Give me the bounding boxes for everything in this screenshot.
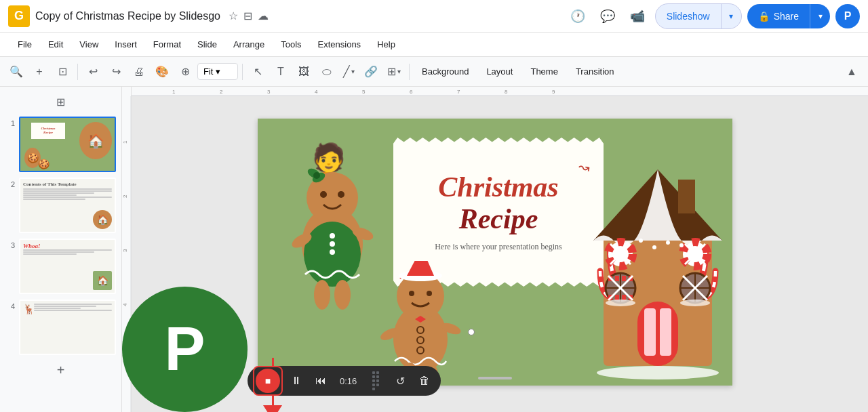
user-avatar[interactable]: P (835, 4, 860, 28)
image-button[interactable]: 🖼 (293, 61, 315, 83)
slide-item-2[interactable]: 2 Contents of This Template 🏠 (5, 178, 116, 233)
select-handle (468, 329, 475, 335)
collapse-toolbar-button[interactable]: ▲ (841, 61, 863, 83)
svg-text:4: 4 (315, 89, 318, 95)
svg-point-38 (417, 327, 424, 333)
share-main-button[interactable]: 🔒 Share (747, 7, 810, 26)
slide-thumbnail-2[interactable]: Contents of This Template 🏠 (19, 178, 116, 233)
menu-edit[interactable]: Edit (41, 37, 70, 52)
christmas-title: Christmas (438, 171, 558, 203)
gingerbread-house (590, 129, 726, 379)
zoom-select[interactable]: Fit ▾ (197, 63, 238, 80)
svg-text:8: 8 (505, 89, 508, 95)
slideshow-main-button[interactable]: Slideshow (656, 7, 721, 26)
rewind-button[interactable]: ⏮ (310, 370, 332, 392)
svg-point-29 (334, 280, 351, 310)
comment-button[interactable]: 💬 (595, 4, 620, 28)
menu-view[interactable]: View (73, 37, 105, 52)
delete-button[interactable]: 🗑 (414, 370, 435, 392)
main-area: ⊞ 1 🏠 ChristmasRecipe 🍪 🍪 2 (0, 87, 868, 412)
horizontal-ruler: 1 2 3 4 5 6 7 8 9 (122, 87, 868, 96)
zoom-magnify-button[interactable]: ⊕ (174, 61, 196, 83)
svg-text:5: 5 (362, 89, 366, 95)
slide-number-2: 2 (5, 180, 15, 188)
svg-point-73 (666, 241, 670, 245)
document-title: Copy of Christmas Recipe by Slidesgo (35, 10, 220, 22)
playback-grid-button[interactable] (365, 370, 387, 392)
menu-help[interactable]: Help (370, 37, 402, 52)
svg-point-45 (597, 366, 719, 379)
theme-button[interactable]: Theme (522, 64, 566, 79)
line-button[interactable]: ╱▾ (339, 62, 359, 81)
share-button[interactable]: 🔒 Share ▾ (747, 4, 830, 28)
toolbar-divider-3 (409, 64, 410, 80)
svg-rect-49 (637, 302, 678, 366)
svg-point-40 (417, 347, 424, 354)
slide-canvas: Christmas ↝ Recipe Here is where your pr… (258, 119, 732, 386)
svg-text:4: 4 (122, 303, 128, 306)
paint-format-button[interactable]: 🎨 (151, 61, 173, 83)
transition-button[interactable]: Transition (568, 64, 623, 79)
cloud-icon[interactable]: ☁ (258, 9, 269, 22)
slide-thumbnail-3[interactable]: Whoa! 🏠 (19, 239, 116, 294)
refresh-button[interactable]: ↺ (389, 370, 411, 392)
search-button[interactable]: 🔍 (5, 61, 27, 83)
pause-button[interactable]: ⏸ (285, 370, 307, 392)
svg-point-23 (330, 233, 335, 239)
slide-thumbnail-1[interactable]: 🏠 ChristmasRecipe 🍪 🍪 (19, 117, 116, 172)
share-dropdown-button[interactable]: ▾ (810, 4, 830, 28)
arrow-head (263, 405, 282, 412)
history-button[interactable]: 🕐 (566, 4, 590, 28)
thumb1-boy: 🍪 (38, 159, 50, 169)
layout-button[interactable]: Layout (478, 64, 521, 79)
slide-number-3: 3 (5, 241, 15, 249)
table-button[interactable]: ⊞▾ (383, 62, 405, 81)
toolbar: 🔍 + ⊡ ↩ ↪ 🖨 🎨 ⊕ Fit ▾ ↖ T 🖼 ⬭ ╱▾ 🔗 ⊞▾ Ba… (0, 57, 868, 87)
screen-button[interactable]: ⊡ (52, 61, 73, 83)
add-slide-button[interactable]: + (52, 360, 71, 379)
menu-file[interactable]: File (11, 37, 39, 52)
slide-thumbnail-4[interactable]: 🦌 (19, 300, 116, 355)
background-button[interactable]: Background (414, 64, 477, 79)
meet-button[interactable]: 📹 (625, 4, 650, 28)
svg-point-72 (652, 245, 656, 249)
shape-button[interactable]: ⬭ (316, 61, 338, 83)
zoom-in-button[interactable]: + (28, 61, 50, 83)
print-button[interactable]: 🖨 (128, 61, 150, 83)
svg-marker-33 (407, 261, 434, 276)
slides-panel: ⊞ 1 🏠 ChristmasRecipe 🍪 🍪 2 (0, 87, 122, 412)
top-bar: G Copy of Christmas Recipe by Slidesgo ☆… (0, 0, 868, 33)
slide-item-4[interactable]: 4 🦌 (5, 300, 116, 355)
svg-point-74 (679, 243, 684, 247)
slide-number-1: 1 (5, 119, 15, 127)
svg-point-17 (320, 191, 327, 198)
menu-arrange[interactable]: Arrange (226, 37, 271, 52)
playback-bar: ■ ⏸ ⏮ 0:16 ↺ 🗑 (248, 366, 441, 396)
svg-point-75 (606, 300, 635, 306)
top-right-actions: 🕐 💬 📹 Slideshow ▾ 🔒 Share ▾ P (566, 3, 860, 29)
arrow-decoration: ↝ (577, 159, 591, 177)
stop-button[interactable]: ■ (256, 369, 280, 393)
link-button[interactable]: 🔗 (360, 61, 382, 83)
undo-button[interactable]: ↩ (82, 61, 104, 83)
slide-item-3[interactable]: 3 Whoa! 🏠 (5, 239, 116, 294)
menu-slide[interactable]: Slide (191, 37, 224, 52)
slideshow-dropdown-button[interactable]: ▾ (721, 4, 741, 28)
star-icon[interactable]: ☆ (229, 9, 238, 22)
slide-item-1[interactable]: 1 🏠 ChristmasRecipe 🍪 🍪 (5, 117, 116, 172)
drive-icon[interactable]: ⊟ (243, 9, 252, 22)
redo-button[interactable]: ↪ (105, 61, 127, 83)
slideshow-button[interactable]: Slideshow ▾ (655, 3, 742, 29)
slides-grid-button[interactable]: ⊞ (52, 92, 71, 111)
menu-insert[interactable]: Insert (108, 37, 144, 52)
svg-text:1: 1 (122, 140, 128, 144)
scroll-indicator (478, 377, 512, 379)
menu-extensions[interactable]: Extensions (311, 37, 368, 52)
svg-rect-50 (644, 308, 656, 356)
svg-text:3: 3 (267, 89, 271, 95)
cursor-button[interactable]: ↖ (247, 61, 269, 83)
text-button[interactable]: T (270, 61, 292, 83)
menu-format[interactable]: Format (146, 37, 188, 52)
menu-tools[interactable]: Tools (274, 37, 308, 52)
gingerbread-girl-visual (285, 159, 380, 322)
